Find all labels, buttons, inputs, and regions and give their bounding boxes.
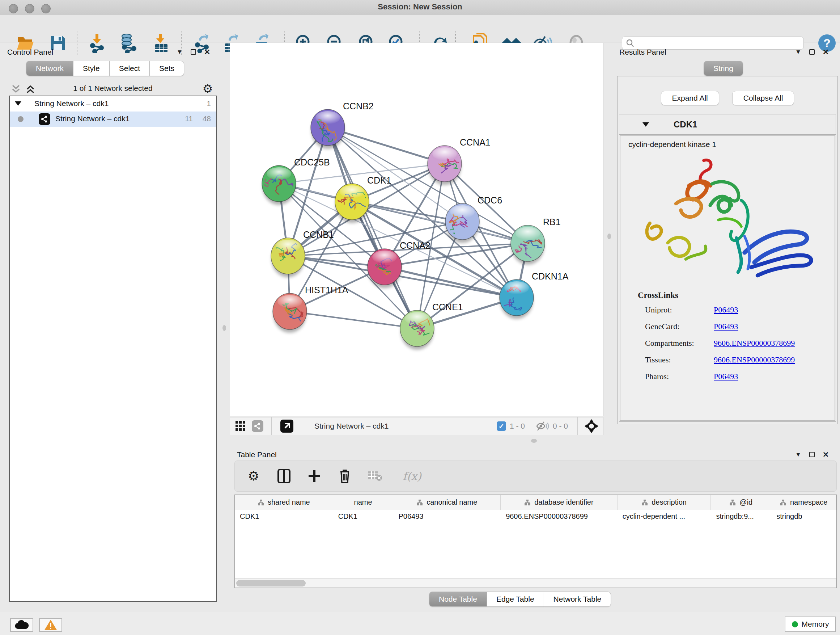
panel-close-icon[interactable]: ✕	[823, 451, 829, 458]
crosslink-link[interactable]: P06493	[714, 372, 738, 381]
network-view-toolbar: String Network – cdk1 ✓ 1 - 0 0 - 0	[230, 417, 603, 435]
network-node-CDK1[interactable]: CDK1	[335, 175, 392, 223]
tab-style[interactable]: Style	[73, 61, 110, 76]
column-type-icon	[641, 499, 648, 506]
import-network-from-database-icon[interactable]	[118, 33, 138, 53]
network-node-RB1[interactable]: RB1	[511, 217, 561, 264]
protein-structure-image	[627, 155, 829, 288]
network-collection-row[interactable]: String Network – cdk1 1	[10, 96, 216, 111]
title-bar: Session: New Session	[0, 0, 840, 14]
gene-description: cyclin-dependent kinase 1	[628, 140, 716, 149]
gene-section: CDK1 cyclin-dependent kinase 1	[619, 114, 836, 422]
column-header-description[interactable]: description	[617, 495, 711, 510]
table-row[interactable]: CDK1CDK1P064939606.ENSP00000378699cyclin…	[235, 510, 836, 524]
panel-menu-icon[interactable]: ▼	[795, 451, 801, 458]
fit-selected-crosshair-icon[interactable]	[584, 419, 599, 433]
table-cell: CDK1	[333, 510, 393, 524]
column-header-name[interactable]: name	[333, 495, 393, 510]
network-node-CDC25B[interactable]: CDC25B	[262, 157, 330, 205]
gene-details: cyclin-dependent kinase 1	[620, 135, 835, 421]
network-selection-row: 1 of 1 Network selected ⚙	[9, 82, 217, 96]
cloud-icon	[14, 620, 29, 630]
crosslink-link[interactable]: P06493	[714, 305, 738, 315]
horizontal-splitter-handle[interactable]	[531, 439, 537, 443]
network-edge	[385, 267, 516, 298]
table-body: CDK1CDK1P064939606.ENSP00000378699cyclin…	[235, 510, 836, 524]
tab-network-table[interactable]: Network Table	[544, 592, 611, 607]
expand-all-button[interactable]: Expand All	[661, 91, 719, 105]
network-node-HIST1H1A[interactable]: HIST1H1A	[273, 285, 348, 333]
column-type-icon	[780, 499, 786, 506]
import-table-from-file-icon[interactable]	[151, 33, 172, 53]
column-header-database-identifier[interactable]: database identifier	[501, 495, 617, 510]
column-header-shared-name[interactable]: shared name	[235, 495, 333, 510]
delete-table-icon	[367, 468, 383, 484]
panel-menu-icon[interactable]: ▼	[795, 49, 801, 55]
column-type-icon	[416, 499, 423, 506]
tab-string[interactable]: String	[704, 61, 743, 76]
netbar-separator	[577, 417, 578, 435]
tab-edge-table[interactable]: Edge Table	[487, 592, 544, 607]
scrollbar-thumb[interactable]	[236, 580, 306, 586]
left-splitter-handle[interactable]	[223, 325, 226, 331]
network-node-CCNE1[interactable]: CCNE1	[400, 302, 463, 350]
table-options-gear-icon[interactable]: ⚙	[246, 468, 262, 484]
import-network-from-file-icon[interactable]	[87, 33, 107, 53]
open-in-browser-icon[interactable]	[280, 420, 294, 432]
show-columns-icon[interactable]	[276, 468, 292, 484]
collapse-all-button[interactable]: Collapse All	[732, 91, 794, 105]
search-input[interactable]	[637, 38, 804, 49]
tab-select[interactable]: Select	[110, 61, 150, 76]
crosslink-link[interactable]: P06493	[714, 322, 738, 331]
table-toolbar: ⚙	[234, 461, 837, 492]
warnings-button[interactable]	[39, 618, 62, 632]
table-horizontal-scrollbar[interactable]	[235, 578, 836, 587]
network-label: String Network – cdk1	[55, 114, 129, 123]
section-collapse-icon[interactable]	[643, 122, 649, 127]
hidden-items-eye-slash-icon[interactable]	[536, 421, 549, 432]
function-builder-icon: f(x)	[398, 468, 426, 484]
network-node-CDKN1A[interactable]: CDKN1A	[500, 271, 569, 319]
delete-column-icon[interactable]	[337, 468, 353, 484]
crosslink-label: Compartments:	[645, 339, 694, 348]
selected-items-checkbox-icon[interactable]: ✓	[497, 421, 506, 431]
crosslink-link[interactable]: 9606.ENSP00000378699	[714, 355, 795, 364]
crosslink-label: Uniprot:	[645, 305, 672, 315]
gene-section-header[interactable]: CDK1	[619, 114, 836, 135]
network-node-CCNB2[interactable]: CCNB2	[311, 101, 374, 149]
cloud-status-button[interactable]	[10, 618, 33, 632]
tab-network[interactable]: Network	[26, 61, 73, 76]
network-edge	[328, 127, 417, 328]
network-canvas[interactable]: CCNB2CCNA1CDC25BCDK1CDC6RB1CCNB1CCNA2CDK…	[230, 43, 603, 416]
collection-expand-icon[interactable]	[15, 101, 21, 106]
panel-close-icon[interactable]: ✕	[823, 48, 829, 56]
network-edge	[290, 311, 417, 328]
gene-name: CDK1	[674, 119, 697, 130]
network-graph[interactable]: CCNB2CCNA1CDC25BCDK1CDC6RB1CCNB1CCNA2CDK…	[230, 43, 604, 416]
crosslink-row: Uniprot:P06493	[645, 305, 833, 322]
column-header--id[interactable]: @id	[711, 495, 771, 510]
tab-sets[interactable]: Sets	[150, 61, 184, 76]
panel-float-icon[interactable]	[191, 49, 196, 55]
column-header-namespace[interactable]: namespace	[771, 495, 836, 510]
create-column-icon[interactable]	[306, 468, 322, 484]
table-cell: CDK1	[235, 510, 333, 524]
panel-menu-icon[interactable]: ▼	[177, 49, 183, 55]
right-splitter-handle[interactable]	[607, 233, 611, 239]
toolbar-separator	[77, 32, 77, 55]
table-cell: cyclin-dependent ...	[617, 510, 711, 524]
memory-button[interactable]: Memory	[785, 616, 836, 632]
panel-close-icon[interactable]: ✕	[204, 48, 210, 56]
selected-nodes-edges-count: 1 - 0	[510, 422, 525, 431]
panel-float-icon[interactable]	[809, 452, 815, 457]
birds-eye-view-icon[interactable]	[235, 421, 246, 432]
network-options-gear-icon[interactable]: ⚙	[202, 83, 214, 95]
string-network-icon	[39, 113, 50, 125]
tab-node-table[interactable]: Node Table	[429, 592, 487, 607]
column-header-canonical-name[interactable]: canonical name	[393, 495, 501, 510]
crosslink-link[interactable]: 9606.ENSP00000378699	[714, 339, 795, 348]
network-row-selected[interactable]: String Network – cdk1 11 48	[10, 111, 216, 127]
crosslink-label: Tissues:	[645, 355, 671, 364]
panel-float-icon[interactable]	[809, 49, 815, 55]
crosslink-row: Pharos:P06493	[645, 372, 833, 388]
